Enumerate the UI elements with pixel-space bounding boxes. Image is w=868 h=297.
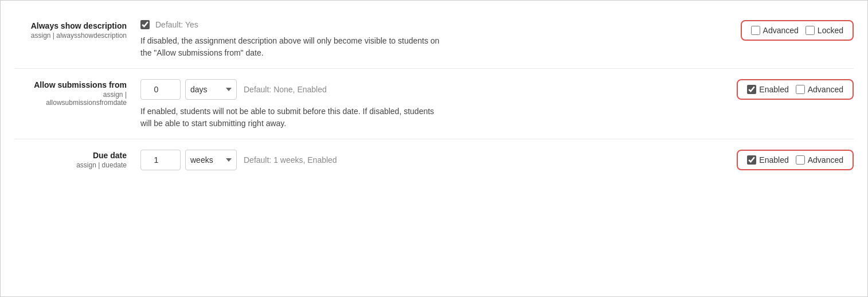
controls-col-1: Advanced Locked (664, 19, 854, 41)
advanced-checkbox-label-3[interactable]: Advanced (796, 155, 843, 165)
content-col-2: days weeks months Default: None, Enabled… (140, 78, 664, 130)
label-col-3: Due date assign | duedate (14, 148, 140, 169)
locked-label-1: Locked (818, 26, 843, 35)
advanced-checkbox-2[interactable] (796, 85, 805, 94)
unit-select-2[interactable]: days weeks months (185, 79, 237, 100)
setting-title-3: Due date (14, 151, 127, 160)
advanced-checkbox-label-2[interactable]: Advanced (796, 85, 843, 94)
setting-row-duedate: Due date assign | duedate days weeks mon… (14, 139, 854, 185)
settings-container: Always show description assign | alwayss… (0, 0, 868, 297)
default-label-2: Default: None, Enabled (244, 85, 327, 94)
setting-title-2: Allow submissions from (14, 80, 127, 89)
default-badge-1[interactable]: Default: Yes (140, 20, 198, 29)
default-label-3: Default: 1 weeks, Enabled (244, 155, 337, 165)
setting-sublabel-1: assign | alwaysshowdescription (14, 32, 127, 40)
advanced-checkbox-3[interactable] (796, 155, 805, 165)
controls-col-3: Enabled Advanced (664, 148, 854, 170)
setting-row-alwaysshowdescription: Always show description assign | alwayss… (14, 10, 854, 69)
advanced-label-3: Advanced (808, 155, 843, 165)
setting-sublabel-2: assign |allowsubmissionsfromdate (14, 91, 127, 107)
enabled-checkbox-2[interactable] (747, 85, 756, 94)
checkbox-group-3: Enabled Advanced (737, 150, 854, 170)
enabled-label-3: Enabled (759, 155, 788, 165)
number-input-2[interactable] (140, 79, 181, 100)
description-2: If enabled, students will not be able to… (140, 105, 599, 130)
default-label-1: Default: Yes (155, 20, 198, 29)
field-row-1: Default: Yes (140, 20, 664, 29)
advanced-label-2: Advanced (808, 85, 843, 94)
default-checkbox-1[interactable] (140, 20, 150, 29)
locked-checkbox-1[interactable] (806, 26, 815, 35)
advanced-checkbox-label-1[interactable]: Advanced (751, 26, 799, 35)
checkbox-group-1: Advanced Locked (741, 20, 854, 41)
description-1: If disabled, the assignment description … (140, 35, 599, 59)
locked-checkbox-label-1[interactable]: Locked (806, 26, 843, 35)
label-col-1: Always show description assign | alwayss… (14, 19, 140, 40)
advanced-checkbox-1[interactable] (751, 26, 760, 35)
checkbox-group-2: Enabled Advanced (737, 79, 854, 100)
setting-sublabel-3: assign | duedate (14, 161, 127, 169)
field-row-3: days weeks months Default: 1 weeks, Enab… (140, 150, 664, 170)
enabled-checkbox-label-3[interactable]: Enabled (747, 155, 788, 165)
advanced-label-1: Advanced (763, 26, 799, 35)
content-col-3: days weeks months Default: 1 weeks, Enab… (140, 148, 664, 176)
setting-title-1: Always show description (14, 21, 127, 30)
enabled-label-2: Enabled (759, 85, 788, 94)
content-col-1: Default: Yes If disabled, the assignment… (140, 19, 664, 59)
number-input-3[interactable] (140, 150, 181, 170)
unit-select-3[interactable]: days weeks months (185, 150, 237, 170)
field-row-2: days weeks months Default: None, Enabled (140, 79, 664, 100)
setting-row-allowsubmissions: Allow submissions from assign |allowsubm… (14, 69, 854, 139)
controls-col-2: Enabled Advanced (664, 78, 854, 100)
enabled-checkbox-label-2[interactable]: Enabled (747, 85, 788, 94)
enabled-checkbox-3[interactable] (747, 155, 756, 165)
label-col-2: Allow submissions from assign |allowsubm… (14, 78, 140, 107)
